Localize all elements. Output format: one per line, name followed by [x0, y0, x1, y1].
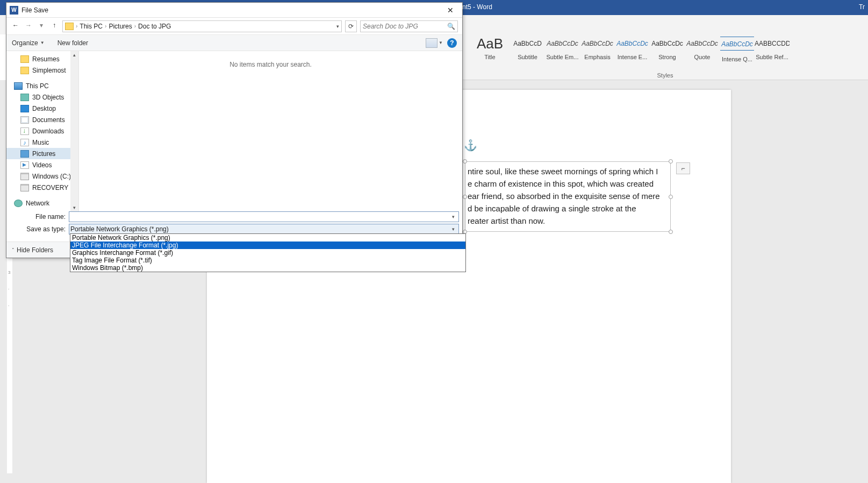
nav-forward-button[interactable]: → [24, 22, 33, 31]
organize-button[interactable]: Organize ▼ [12, 39, 45, 47]
frame-line: ear friend, so absorbed in the exquisite… [468, 190, 668, 202]
style-subtle-em-[interactable]: AaBbCcDcSubtle Em... [545, 37, 580, 62]
chevron-down-icon[interactable]: ▼ [439, 40, 443, 45]
resize-handle[interactable] [669, 159, 673, 164]
style-name: Subtle Ref... [755, 54, 790, 60]
nav-up-button[interactable]: ↑ [49, 22, 59, 31]
tree-item-videos[interactable]: Videos [6, 159, 78, 171]
chevron-down-icon[interactable]: ▾ [449, 226, 457, 232]
chevron-right-icon: › [105, 23, 106, 29]
layout-options-button[interactable]: ⌐ [676, 162, 690, 174]
hide-folders-button[interactable]: Hide Folders [17, 246, 53, 254]
style-subtitle[interactable]: AaBbCcDSubtitle [510, 37, 545, 62]
saveastype-dropdown[interactable]: Portable Network Graphics (*.png)JPEG Fi… [70, 233, 466, 272]
3d-icon [20, 94, 29, 101]
filename-combo[interactable]: ▾ [69, 211, 459, 222]
style-title[interactable]: AaBTitle [470, 37, 510, 62]
type-option[interactable]: Portable Network Graphics (*.png) [70, 234, 465, 242]
address-dropdown-icon[interactable]: ▾ [336, 24, 339, 29]
style-emphasis[interactable]: AaBbCcDcEmphasis [580, 37, 615, 62]
chevron-up-icon: ˄ [12, 247, 15, 253]
folder-icon [65, 23, 74, 30]
view-button[interactable] [426, 38, 437, 48]
breadcrumb[interactable]: Pictures [109, 23, 132, 30]
style-quote[interactable]: AaBbCcDcQuote [685, 37, 720, 62]
filename-input[interactable] [70, 213, 449, 221]
file-save-dialog: W File Save ✕ ← → ▾ ↑ › This PC › Pictur… [6, 2, 463, 258]
resize-handle[interactable] [463, 159, 467, 164]
resize-handle[interactable] [669, 230, 673, 234]
resize-handle[interactable] [669, 195, 673, 199]
nav-back-button[interactable]: ← [11, 22, 20, 31]
word-title-right: Tr [859, 3, 865, 11]
tree-item-this-pc[interactable]: This PC [6, 80, 78, 91]
tree-item-label: Downloads [32, 127, 64, 135]
search-input[interactable] [363, 23, 447, 30]
search-box[interactable]: 🔍 [360, 20, 458, 32]
style-name: Intense E... [615, 54, 650, 60]
search-icon[interactable]: 🔍 [447, 23, 455, 30]
style-intense-q-[interactable]: AaBbCcDcIntense Q... [720, 37, 755, 62]
style-subtle-ref-[interactable]: AABBCCDDSubtle Ref... [755, 37, 790, 62]
tree-item-label: Desktop [32, 105, 56, 112]
style-preview: AaBbCcDc [650, 37, 685, 51]
tree-item-label: Network [26, 200, 49, 207]
address-bar[interactable]: › This PC › Pictures › Doc to JPG ▾ [62, 20, 342, 32]
tree-item-music[interactable]: ♪Music [6, 137, 78, 148]
styles-group-label: Styles [462, 72, 868, 79]
help-button[interactable]: ? [447, 38, 457, 48]
new-folder-button[interactable]: New folder [58, 39, 88, 47]
tree-scrollbar[interactable]: ▴ ▾ [70, 51, 78, 211]
drive-icon [20, 173, 29, 180]
style-strong[interactable]: AaBbCcDcStrong [650, 37, 685, 62]
breadcrumb[interactable]: Doc to JPG [138, 23, 171, 30]
type-option[interactable]: Tag Image File Format (*.tif) [70, 257, 465, 264]
saveastype-label: Save as type: [10, 225, 69, 233]
frame-line: reater artist than now. [468, 215, 668, 227]
tree-item-network[interactable]: Network [6, 197, 78, 209]
word-doc-title: nt5 - Word [462, 3, 492, 11]
breadcrumb[interactable]: This PC [80, 23, 103, 30]
resize-handle[interactable] [463, 195, 467, 199]
tree-item-recovery-d-[interactable]: RECOVERY (D:) [6, 182, 78, 193]
refresh-button[interactable]: ⟳ [345, 20, 357, 32]
chevron-right-icon: › [134, 23, 136, 29]
drive-icon [20, 184, 29, 191]
tree-item-label: This PC [26, 82, 49, 90]
tree-item-pictures[interactable]: Pictures [6, 148, 78, 159]
dialog-fields: File name: ▾ Save as type: Portable Netw… [6, 209, 462, 235]
tree-item-label: Simplemost [32, 67, 66, 74]
anchor-icon: ⚓ [464, 139, 477, 152]
navigation-tree[interactable]: ResumesSimplemostThis PC3D ObjectsDeskto… [6, 51, 79, 211]
style-name: Emphasis [580, 54, 615, 60]
tree-item-label: Videos [32, 161, 52, 169]
type-option[interactable]: Graphics Interchange Format (*.gif) [70, 249, 465, 257]
filename-label: File name: [10, 213, 69, 221]
close-button[interactable]: ✕ [438, 3, 462, 17]
tree-item-downloads[interactable]: Downloads [6, 125, 78, 137]
word-left-ruler: 3·· [7, 258, 12, 473]
tree-item-documents[interactable]: Documents [6, 114, 78, 125]
nav-recent-button[interactable]: ▾ [37, 22, 46, 31]
type-option[interactable]: JPEG File Interchange Format (*.jpg) [70, 242, 465, 249]
net-icon [14, 200, 23, 207]
tree-item-windows-c-[interactable]: Windows (C:) [6, 171, 78, 182]
text-frame[interactable]: ntire soul, like these sweet mornings of… [465, 161, 671, 232]
style-preview: AaBbCcDc [720, 37, 754, 51]
chevron-down-icon[interactable]: ▾ [449, 214, 457, 219]
style-intense-e-[interactable]: AaBbCcDcIntense E... [615, 37, 650, 62]
scroll-up-icon[interactable]: ▴ [70, 51, 78, 59]
tree-item-desktop[interactable]: Desktop [6, 103, 78, 114]
docs-icon [20, 116, 29, 124]
tree-item-3d-objects[interactable]: 3D Objects [6, 91, 78, 103]
tree-item-label: Documents [32, 116, 65, 124]
style-name: Subtitle [510, 54, 545, 60]
type-option[interactable]: Windows Bitmap (*.bmp) [70, 264, 465, 272]
tree-item-label: 3D Objects [32, 94, 64, 101]
tree-item-simplemost[interactable]: Simplemost [6, 65, 78, 76]
style-name: Intense Q... [720, 56, 755, 62]
dialog-nav-bar: ← → ▾ ↑ › This PC › Pictures › Doc to JP… [6, 18, 462, 35]
frame-line: d be incapable of drawing a single strok… [468, 202, 668, 215]
saveastype-combo[interactable]: Portable Network Graphics (*.png) ▾ [69, 224, 459, 235]
tree-item-resumes[interactable]: Resumes [6, 53, 78, 65]
